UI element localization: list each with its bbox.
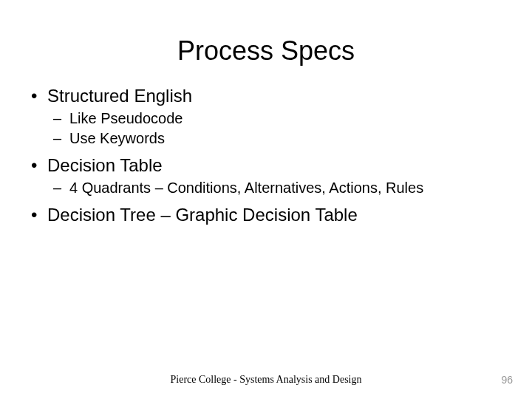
slide-footer: Pierce College - Systems Analysis and De… (0, 374, 532, 386)
slide-title: Process Specs (27, 35, 505, 66)
sub-quadrants: 4 Quadrants – Conditions, Alternatives, … (53, 179, 505, 197)
slide: Process Specs Structured English Like Ps… (0, 0, 532, 399)
bullet-decision-tree: Decision Tree – Graphic Decision Table (31, 205, 505, 225)
sub-keywords: Use Keywords (53, 129, 505, 148)
bullet-decision-table: Decision Table (31, 155, 505, 176)
slide-content: Structured English Like Pseudocode Use K… (27, 86, 505, 225)
page-number: 96 (501, 374, 513, 386)
sub-pseudocode: Like Pseudocode (53, 109, 505, 128)
sub-group: Like Pseudocode Use Keywords (53, 109, 505, 148)
bullet-structured-english: Structured English (31, 86, 505, 106)
sub-group: 4 Quadrants – Conditions, Alternatives, … (53, 179, 505, 197)
